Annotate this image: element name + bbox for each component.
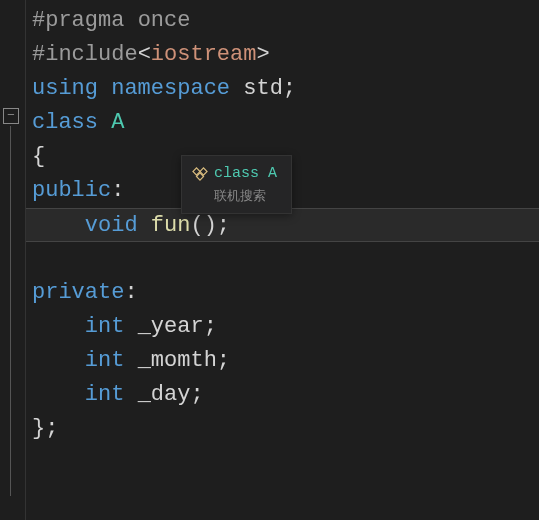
punct: :	[124, 280, 137, 305]
punct: ;	[45, 416, 58, 441]
angle-bracket: <	[138, 42, 151, 67]
type-token: int	[85, 348, 125, 373]
gutter: −	[0, 0, 26, 520]
code-line[interactable]: #pragma once	[32, 4, 539, 38]
preproc-token: #include	[32, 42, 138, 67]
code-line[interactable]: int _day;	[32, 378, 539, 412]
punct: ;	[190, 382, 203, 407]
keyword-token: namespace	[111, 76, 230, 101]
tooltip-subtitle[interactable]: 联机搜索	[192, 187, 277, 207]
identifier: _day	[138, 382, 191, 407]
fold-symbol: −	[7, 106, 15, 126]
keyword-token: using	[32, 76, 98, 101]
punct: ;	[217, 348, 230, 373]
preproc-token: #pragma	[32, 8, 124, 33]
identifier: _year	[138, 314, 204, 339]
brace: {	[32, 144, 45, 169]
fold-toggle-icon[interactable]: −	[3, 108, 19, 124]
code-line[interactable]: private:	[32, 276, 539, 310]
code-line[interactable]: };	[32, 412, 539, 446]
punct: ;	[283, 76, 296, 101]
punct: ;	[217, 213, 230, 238]
punct: ;	[204, 314, 217, 339]
identifier: std	[243, 76, 283, 101]
parens: ()	[190, 213, 216, 238]
type-token: int	[85, 314, 125, 339]
tooltip-title-row: class A	[192, 162, 277, 185]
code-line[interactable]: int _year;	[32, 310, 539, 344]
keyword-token: private	[32, 280, 124, 305]
class-icon	[192, 166, 208, 182]
class-name: A	[111, 110, 124, 135]
code-line[interactable]	[32, 242, 539, 276]
type-token: int	[85, 382, 125, 407]
keyword-token: public	[32, 178, 111, 203]
code-line[interactable]: int _momth;	[32, 344, 539, 378]
punct: :	[111, 178, 124, 203]
hover-tooltip[interactable]: class A 联机搜索	[181, 155, 292, 214]
identifier: _momth	[138, 348, 217, 373]
angle-bracket: >	[256, 42, 269, 67]
code-line[interactable]: #include<iostream>	[32, 38, 539, 72]
tooltip-title: class A	[214, 162, 277, 185]
function-name: fun	[151, 213, 191, 238]
keyword-token: void	[85, 213, 138, 238]
code-area[interactable]: #pragma once #include<iostream> using na…	[26, 0, 539, 520]
fold-line	[10, 126, 11, 496]
code-line[interactable]: class A	[32, 106, 539, 140]
keyword-token: class	[32, 110, 98, 135]
code-editor[interactable]: − #pragma once #include<iostream> using …	[0, 0, 539, 520]
code-line[interactable]: using namespace std;	[32, 72, 539, 106]
preproc-arg: once	[138, 8, 191, 33]
header-name: iostream	[151, 42, 257, 67]
brace: }	[32, 416, 45, 441]
